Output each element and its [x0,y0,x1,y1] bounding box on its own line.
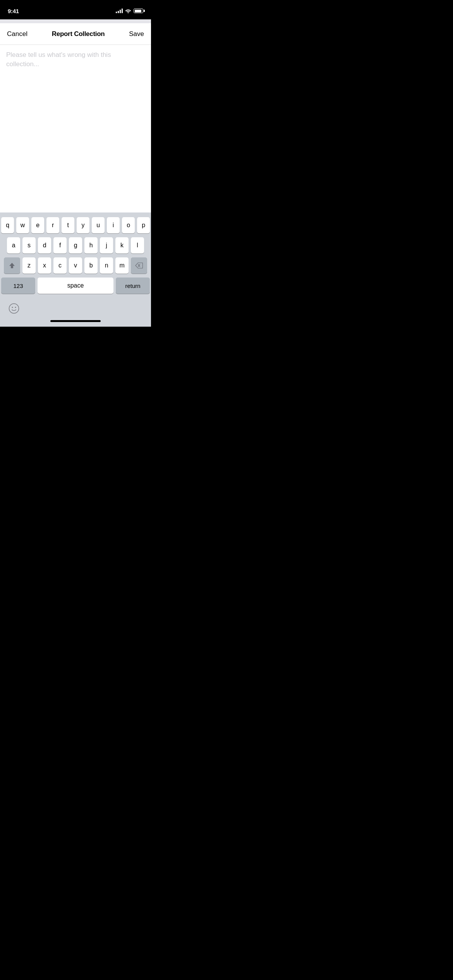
return-key[interactable]: return [116,278,150,294]
key-p[interactable]: p [137,217,150,233]
key-j[interactable]: j [100,237,113,254]
report-textarea[interactable] [6,50,145,207]
number-key[interactable]: 123 [1,278,35,294]
key-v[interactable]: v [69,257,82,274]
nav-bar: Cancel Report Collection Save [0,23,151,45]
key-w[interactable]: w [16,217,29,233]
key-s[interactable]: s [22,237,36,254]
keyboard-row-2: a s d f g h j k l [0,237,151,254]
keyboard-row-3: z x c v b n m [0,257,151,274]
backspace-key[interactable] [131,257,147,274]
key-t[interactable]: t [62,217,74,233]
keyboard-accessories [0,297,151,319]
text-area-container [0,45,151,212]
prev-screen-peek [0,19,151,23]
battery-fill [135,10,141,12]
svg-point-0 [9,304,19,314]
status-time: 9:41 [8,8,19,14]
key-o[interactable]: o [122,217,135,233]
key-d[interactable]: d [38,237,51,254]
key-f[interactable]: f [53,237,67,254]
key-m[interactable]: m [115,257,129,274]
status-icons [116,9,143,13]
modal-title: Report Collection [52,30,105,38]
signal-bars-icon [116,9,123,13]
key-e[interactable]: e [31,217,44,233]
space-key[interactable]: space [38,278,113,294]
key-l[interactable]: l [131,237,144,254]
backspace-icon [135,262,143,269]
key-r[interactable]: r [46,217,59,233]
key-h[interactable]: h [84,237,98,254]
key-k[interactable]: k [115,237,129,254]
key-q[interactable]: q [1,217,14,233]
emoji-button[interactable] [6,301,22,316]
svg-point-2 [15,307,16,308]
keyboard: q w e r t y u i o p a s d f g h j k l [0,212,151,327]
home-bar [50,320,101,322]
key-y[interactable]: y [77,217,89,233]
battery-icon [134,9,143,13]
key-z[interactable]: z [22,257,36,274]
keyboard-row-bottom: 123 space return [0,278,151,294]
status-bar: 9:41 [0,0,151,19]
key-g[interactable]: g [69,237,82,254]
emoji-icon [9,303,19,314]
key-u[interactable]: u [92,217,105,233]
cancel-button[interactable]: Cancel [7,27,27,41]
key-i[interactable]: i [107,217,120,233]
home-indicator [0,319,151,325]
key-x[interactable]: x [38,257,51,274]
key-c[interactable]: c [53,257,67,274]
screen: 9:41 Cancel Report Collection Sav [0,0,151,327]
save-button[interactable]: Save [129,27,144,41]
wifi-icon [125,9,131,13]
keyboard-row-1: q w e r t y u i o p [0,217,151,233]
shift-icon [9,262,15,269]
shift-key[interactable] [4,257,20,274]
svg-point-1 [12,307,13,308]
key-a[interactable]: a [7,237,20,254]
key-b[interactable]: b [84,257,98,274]
key-n[interactable]: n [100,257,113,274]
